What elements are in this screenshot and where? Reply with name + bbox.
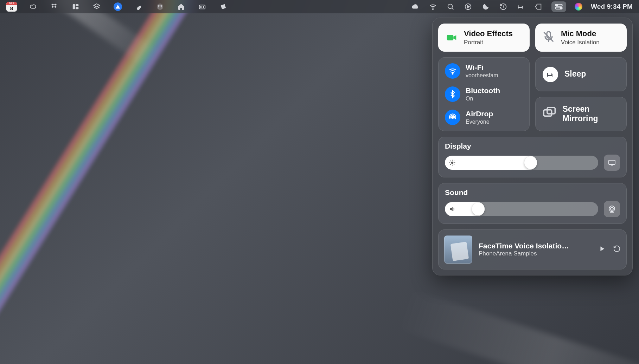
- svg-point-18: [448, 4, 453, 9]
- play-circle-icon[interactable]: [464, 2, 473, 11]
- svg-point-23: [560, 7, 562, 9]
- spotlight-search-icon[interactable]: [446, 2, 455, 11]
- screen-mirroring-tile[interactable]: Screen Mirroring: [535, 97, 627, 131]
- menu-bar: SEP 8 Wed 9:34 PM: [0, 0, 639, 13]
- bluetooth-row[interactable]: Bluetooth On: [445, 86, 523, 102]
- play-button[interactable]: [598, 245, 606, 254]
- svg-point-15: [200, 7, 202, 8]
- screen-mirroring-label: Screen Mirroring: [563, 104, 619, 123]
- svg-rect-31: [609, 160, 615, 164]
- bed-icon[interactable]: [516, 2, 525, 11]
- bluetooth-icon[interactable]: [445, 86, 460, 102]
- speaker-icon: [445, 202, 460, 216]
- now-playing-tile[interactable]: FaceTime Voice Isolatio… PhoneArena Samp…: [438, 229, 627, 269]
- sound-tile: Sound: [438, 183, 627, 224]
- svg-point-33: [611, 207, 613, 210]
- wifi-title: Wi-Fi: [466, 63, 498, 72]
- repeat-button[interactable]: [613, 245, 621, 254]
- triangle-app-icon[interactable]: [113, 2, 122, 11]
- creative-cloud-icon[interactable]: [29, 2, 38, 11]
- sound-volume-slider[interactable]: [445, 202, 598, 216]
- wifi-row[interactable]: Wi-Fi voorheesfam: [445, 63, 523, 79]
- svg-rect-2: [76, 7, 78, 9]
- bluetooth-title: Bluetooth: [466, 86, 500, 95]
- video-effects-title: Video Effects: [464, 29, 513, 38]
- siri-icon[interactable]: [575, 3, 582, 11]
- display-settings-button[interactable]: [604, 155, 620, 171]
- cloud-status-icon[interactable]: [411, 2, 420, 11]
- svg-point-16: [203, 7, 204, 8]
- sound-label: Sound: [445, 188, 620, 197]
- tag-icon[interactable]: [534, 2, 543, 11]
- svg-point-27: [452, 116, 454, 118]
- microphone-slash-icon: [542, 30, 556, 45]
- dropbox-icon[interactable]: [50, 2, 59, 11]
- control-center-panel: Video Effects Portrait Mic Mode Voice Is…: [432, 18, 633, 275]
- now-playing-subtitle: PhoneArena Samples: [479, 250, 592, 257]
- now-playing-title: FaceTime Voice Isolatio…: [479, 242, 592, 250]
- svg-rect-0: [73, 4, 75, 9]
- desktop-rainbow: [0, 0, 362, 364]
- bed-icon: [543, 67, 558, 82]
- video-effects-subtitle: Portrait: [464, 39, 513, 46]
- svg-point-10: [161, 6, 161, 7]
- screen-mirroring-icon: [543, 106, 556, 122]
- airdrop-status: Everyone: [466, 119, 493, 125]
- grid-icon[interactable]: [155, 2, 165, 11]
- wifi-network: voorheesfam: [466, 72, 498, 79]
- sleep-label: Sleep: [564, 69, 586, 79]
- airplay-audio-button[interactable]: [604, 201, 620, 217]
- moon-icon[interactable]: [481, 2, 490, 11]
- mic-mode-title: Mic Mode: [561, 29, 600, 38]
- svg-point-9: [160, 6, 160, 7]
- rocket-icon[interactable]: [134, 2, 143, 11]
- svg-point-21: [556, 5, 558, 6]
- display-tile: Display: [438, 137, 627, 177]
- video-effects-tile[interactable]: Video Effects Portrait: [438, 24, 530, 52]
- bluetooth-status: On: [466, 96, 500, 102]
- svg-point-13: [161, 7, 161, 8]
- calendar-menu-icon[interactable]: SEP 8: [6, 2, 17, 12]
- home-icon[interactable]: [177, 2, 186, 11]
- calendar-month: SEP: [6, 2, 17, 5]
- svg-rect-1: [76, 4, 78, 6]
- control-center-toggle[interactable]: [551, 1, 566, 12]
- wifi-icon[interactable]: [445, 63, 460, 79]
- video-camera-icon: [445, 31, 459, 45]
- calendar-day: 8: [10, 5, 13, 11]
- airdrop-row[interactable]: AirDrop Everyone: [445, 110, 523, 125]
- display-label: Display: [445, 142, 620, 150]
- brightness-icon: [445, 156, 460, 170]
- svg-point-30: [451, 162, 454, 164]
- svg-rect-24: [447, 35, 454, 40]
- mic-mode-subtitle: Voice Isolation: [561, 39, 600, 46]
- svg-point-7: [161, 5, 161, 6]
- menu-clock[interactable]: Wed 9:34 PM: [591, 3, 633, 11]
- svg-point-3: [139, 5, 140, 6]
- card-icon[interactable]: [198, 2, 207, 11]
- svg-point-26: [452, 73, 453, 74]
- svg-point-5: [158, 5, 159, 6]
- display-brightness-slider[interactable]: [445, 156, 598, 170]
- ticket-icon[interactable]: [219, 2, 228, 11]
- layers-icon[interactable]: [92, 2, 101, 11]
- svg-point-6: [160, 5, 160, 6]
- svg-point-17: [433, 9, 433, 9]
- airdrop-title: AirDrop: [466, 110, 493, 118]
- panels-icon[interactable]: [71, 2, 80, 11]
- desktop-streak: [394, 288, 639, 364]
- svg-point-8: [158, 6, 159, 7]
- sleep-tile[interactable]: Sleep: [535, 57, 627, 91]
- svg-point-12: [160, 7, 160, 8]
- airdrop-icon[interactable]: [445, 110, 460, 125]
- wifi-menu-icon[interactable]: [428, 2, 437, 11]
- svg-point-11: [158, 7, 159, 8]
- connectivity-tile: Wi-Fi voorheesfam Bluetooth On AirDrop E…: [438, 57, 530, 131]
- now-playing-artwork: [444, 235, 472, 264]
- mic-mode-tile[interactable]: Mic Mode Voice Isolation: [535, 24, 627, 52]
- timemachine-icon[interactable]: [499, 2, 508, 11]
